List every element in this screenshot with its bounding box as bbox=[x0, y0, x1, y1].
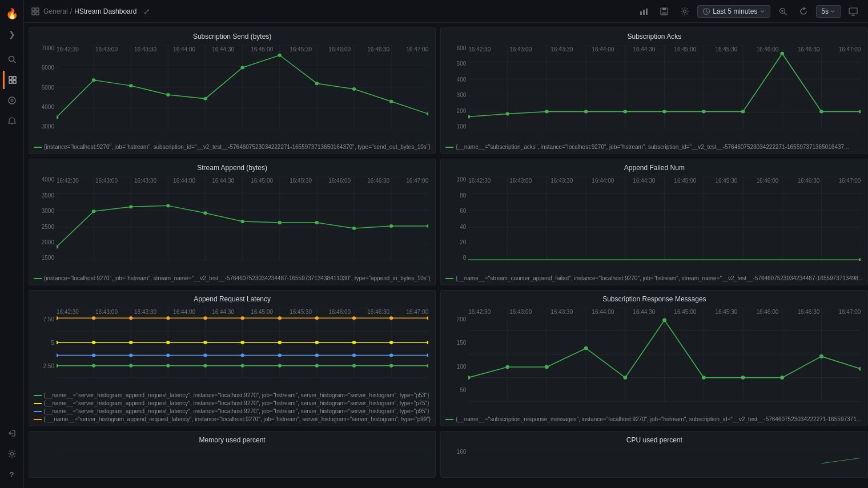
svg-rect-13 bbox=[36, 12, 39, 15]
zoom-in-icon bbox=[778, 7, 787, 16]
svg-point-199 bbox=[662, 318, 666, 322]
panel-response-messages-body: 200 150 100 50 bbox=[441, 305, 867, 414]
svg-point-169 bbox=[57, 364, 58, 368]
sidebar-item-help[interactable]: ? bbox=[3, 465, 21, 483]
svg-point-72 bbox=[545, 110, 549, 114]
latency-chart: 7.50 5 2.50 bbox=[34, 308, 431, 389]
svg-point-155 bbox=[352, 341, 356, 344]
y-axis-labels-cpu: 160 bbox=[445, 449, 468, 465]
time-range-picker[interactable]: Last 5 minutes bbox=[697, 5, 770, 18]
breadcrumb-general[interactable]: General bbox=[43, 7, 68, 15]
subscription-send-legend: {instance="localhost:9270", job="hstream… bbox=[29, 142, 435, 154]
svg-point-154 bbox=[315, 341, 319, 344]
svg-point-202 bbox=[781, 376, 785, 380]
svg-rect-3 bbox=[13, 76, 16, 79]
panel-subscription-acks-body: 600 500 400 300 200 100 bbox=[441, 43, 867, 142]
svg-point-71 bbox=[506, 112, 510, 116]
panel-response-messages: Subscription Response Messages 200 150 1… bbox=[440, 290, 868, 426]
svg-point-148 bbox=[92, 341, 96, 344]
y-axis-labels-latency: 7.50 5 2.50 bbox=[34, 308, 57, 377]
refresh-rate-selector[interactable]: 5s bbox=[816, 5, 841, 18]
svg-point-162 bbox=[203, 354, 207, 357]
y-axis-labels: 7000 6000 5000 4000 3000 bbox=[34, 45, 57, 130]
svg-point-79 bbox=[819, 110, 823, 114]
svg-point-122 bbox=[859, 258, 861, 261]
svg-rect-10 bbox=[32, 8, 35, 11]
svg-point-49 bbox=[240, 66, 244, 70]
svg-rect-14 bbox=[640, 11, 642, 15]
svg-point-152 bbox=[240, 341, 244, 344]
svg-point-164 bbox=[278, 354, 282, 357]
svg-point-142 bbox=[278, 317, 282, 320]
save-button[interactable] bbox=[656, 5, 672, 18]
svg-rect-4 bbox=[9, 80, 12, 83]
zoom-in-button[interactable] bbox=[775, 5, 791, 18]
svg-point-140 bbox=[203, 317, 207, 320]
panel-memory-percent: Memory used percent bbox=[29, 431, 436, 478]
response-messages-svg-area bbox=[468, 308, 861, 401]
svg-point-7 bbox=[11, 99, 13, 102]
y-axis-labels-response: 200 150 100 50 bbox=[445, 308, 468, 401]
subscription-acks-legend: {__name__="subscription_acks", instance=… bbox=[441, 142, 867, 154]
svg-point-105 bbox=[389, 224, 393, 228]
time-range-label: Last 5 minutes bbox=[713, 7, 757, 15]
legend-dot-p53 bbox=[34, 395, 42, 396]
panel-cpu-percent-title: CPU used percent bbox=[441, 431, 867, 446]
refresh-button[interactable] bbox=[795, 5, 811, 18]
panel-append-failed-title: Append Failed Num bbox=[441, 159, 867, 174]
refresh-icon bbox=[799, 7, 808, 16]
sidebar-toggle[interactable]: ❯ bbox=[3, 25, 21, 43]
svg-point-201 bbox=[741, 376, 745, 380]
tv-mode-button[interactable] bbox=[845, 5, 861, 18]
svg-point-144 bbox=[352, 317, 356, 320]
svg-point-100 bbox=[203, 211, 207, 215]
panel-latency: Append Request Latency 7.50 5 2.50 bbox=[29, 290, 436, 426]
append-failed-legend: {__name__="stream_counter_append_failed"… bbox=[441, 273, 867, 285]
sidebar-item-explore[interactable] bbox=[3, 91, 21, 110]
svg-rect-26 bbox=[849, 8, 857, 14]
y-axis-labels-stream: 4000 3500 3000 2500 2000 1500 bbox=[34, 176, 57, 261]
svg-point-143 bbox=[315, 317, 319, 320]
svg-point-196 bbox=[545, 365, 549, 369]
panel-subscription-acks: Subscription Acks 600 500 400 300 200 10… bbox=[440, 27, 868, 154]
svg-point-178 bbox=[389, 364, 393, 368]
settings-button[interactable] bbox=[677, 5, 693, 18]
tv-icon bbox=[849, 7, 858, 16]
panel-subscription-send-body: 7000 6000 5000 4000 3000 bbox=[29, 43, 435, 142]
panel-response-messages-title: Subscription Response Messages bbox=[441, 291, 867, 305]
subscription-send-svg-area bbox=[57, 45, 428, 130]
sidebar-logo[interactable]: 🔥 bbox=[3, 5, 21, 23]
bar-chart-button[interactable] bbox=[636, 5, 652, 18]
sidebar-item-settings[interactable] bbox=[3, 445, 21, 463]
svg-point-198 bbox=[624, 376, 628, 380]
panel-subscription-acks-title: Subscription Acks bbox=[441, 28, 867, 43]
sidebar-item-dashboards[interactable] bbox=[3, 71, 21, 89]
panel-latency-title: Append Request Latency bbox=[29, 291, 435, 305]
sidebar-item-exit[interactable] bbox=[3, 424, 21, 442]
main-content: General / HStream Dashboard ⤢ Last 5 min… bbox=[24, 0, 868, 488]
legend-dot-p75 bbox=[34, 403, 42, 404]
response-messages-chart: 200 150 100 50 bbox=[445, 308, 863, 413]
panel-cpu-percent: CPU used percent 160 bbox=[440, 431, 868, 478]
append-failed-svg-area bbox=[468, 176, 861, 261]
svg-point-204 bbox=[859, 367, 861, 371]
dashboard-grid: Subscription Send (bytes) 7000 6000 5000… bbox=[24, 23, 868, 488]
svg-point-137 bbox=[92, 317, 96, 320]
svg-point-136 bbox=[57, 317, 58, 320]
svg-point-177 bbox=[352, 364, 356, 368]
sidebar-item-alerts[interactable] bbox=[3, 112, 21, 130]
svg-rect-16 bbox=[646, 9, 648, 15]
legend-dot-response bbox=[445, 419, 453, 420]
sidebar-item-search[interactable] bbox=[3, 50, 21, 68]
svg-point-151 bbox=[203, 341, 207, 344]
append-failed-chart: 100 80 60 40 20 0 bbox=[445, 176, 863, 272]
svg-point-103 bbox=[315, 221, 319, 224]
svg-point-54 bbox=[427, 112, 428, 116]
svg-point-171 bbox=[129, 364, 133, 368]
svg-point-153 bbox=[278, 341, 282, 344]
legend-dot-stream bbox=[34, 278, 42, 279]
svg-point-172 bbox=[166, 364, 170, 368]
svg-point-173 bbox=[203, 364, 207, 368]
svg-point-138 bbox=[129, 317, 133, 320]
share-button[interactable]: ⤢ bbox=[140, 5, 154, 18]
